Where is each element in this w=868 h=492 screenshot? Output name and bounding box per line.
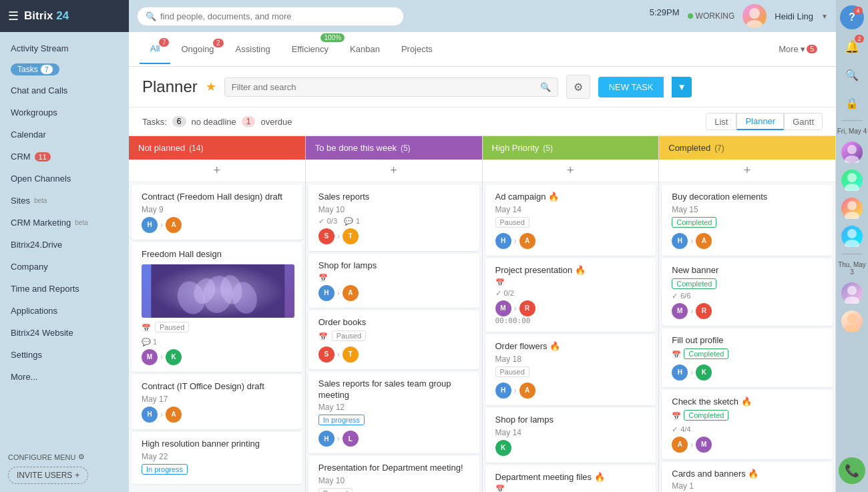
contact-avatar[interactable] (839, 167, 865, 194)
tab-all[interactable]: All 7 (140, 34, 170, 64)
tab-kanban[interactable]: Kanban (339, 35, 391, 63)
avatar-arrow: › (337, 232, 340, 241)
sidebar-item-applications[interactable]: Applications (0, 300, 129, 322)
col-count-high-priority: (5) (543, 144, 553, 153)
sidebar-item-drive[interactable]: Bitrix24.Drive (0, 234, 129, 256)
task-card[interactable]: Cards and banners 🔥 May 1 Completed H › … (662, 462, 833, 492)
task-card[interactable]: High resolution banner printing May 22 I… (132, 432, 302, 484)
sidebar-item-workgroups[interactable]: Workgroups (0, 101, 129, 124)
help-button[interactable]: ? 4 (840, 5, 864, 29)
task-date: May 9 (142, 205, 294, 214)
favorite-star-icon[interactable]: ★ (206, 79, 216, 94)
user-dropdown-icon[interactable]: ▼ (821, 13, 828, 20)
sidebar-item-sites[interactable]: Sites beta (0, 190, 129, 212)
tab-efficiency[interactable]: Efficiency 100% (281, 35, 339, 63)
task-date: May 22 (142, 452, 294, 461)
add-card-this-week[interactable]: + (306, 160, 482, 182)
tab-projects[interactable]: Projects (391, 35, 443, 63)
task-card[interactable]: New banner Completed ✓ 6/6 M › R (662, 258, 833, 326)
cards-completed: Buy decoration elements May 15 Completed… (659, 182, 835, 492)
phone-call-button[interactable]: 📞 (833, 452, 868, 489)
avatar-arrow: › (337, 350, 340, 359)
task-progress: ✓ 4/4 (672, 425, 825, 434)
task-title: Ad campaign 🔥 (495, 192, 648, 203)
avatar-arrow: › (337, 288, 340, 298)
invite-users-button[interactable]: INVITE USERS + (8, 467, 88, 484)
list-view-button[interactable]: List (706, 113, 736, 130)
contact-avatar[interactable] (839, 223, 865, 250)
right-sidebar: ? 4 🔔 2 🔍 🔒 Fri, May 4 Thu, May 3 (836, 0, 868, 492)
tab-more[interactable]: More ▾ 5 (771, 40, 825, 58)
contact-avatar[interactable] (839, 139, 865, 166)
notifications-button[interactable]: 🔔 2 (839, 33, 865, 60)
task-card[interactable]: Check the sketch 🔥 📅 Completed ✓ 4/4 A › (662, 390, 833, 459)
contact-avatar[interactable] (839, 280, 865, 306)
sidebar-item-tasks[interactable]: Tasks 7 (0, 59, 129, 79)
task-title: Fill out profile (672, 335, 825, 346)
add-card-completed[interactable]: + (659, 160, 835, 182)
task-card[interactable]: Presentation for Department meeting! May… (308, 456, 479, 492)
sidebar-item-b24website[interactable]: Bitrix24 Website (0, 322, 129, 344)
new-task-dropdown-button[interactable]: ▼ (672, 77, 691, 97)
task-card[interactable]: Contract (IT Office Design) draft May 17… (132, 375, 302, 429)
task-avatars: M › R (495, 300, 648, 316)
sidebar-item-company[interactable]: Company (0, 256, 129, 278)
svg-point-14 (847, 229, 857, 238)
contact-avatar[interactable] (839, 195, 865, 222)
tabs-bar: All 7 Ongoing 2 Assisting Efficiency 100… (129, 32, 836, 67)
task-avatars: A › M (672, 437, 825, 453)
task-card[interactable]: Sales reports for sales team group meeti… (308, 372, 479, 454)
avatar: H (672, 364, 688, 381)
search-input[interactable] (160, 11, 395, 21)
task-card[interactable]: Buy decoration elements May 15 Completed… (662, 185, 833, 256)
new-task-button[interactable]: NEW TASK (598, 77, 664, 97)
task-card[interactable]: Order books 📅 Paused S › T (308, 310, 479, 369)
user-avatar[interactable] (742, 4, 767, 28)
task-card[interactable]: Ad campaign 🔥 May 14 Paused H › A (485, 185, 656, 256)
filter-search-bar[interactable]: 🔍 (224, 77, 558, 97)
lock-button[interactable]: 🔒 (839, 89, 865, 116)
filter-input[interactable] (232, 82, 536, 92)
task-card[interactable]: Project presentation 🔥 📅 ✓ 0/2 M › R (485, 258, 656, 332)
task-card[interactable]: Shop for lamps 📅 H › A (308, 254, 479, 308)
task-date: May 10 (318, 205, 471, 214)
task-title: Order flowers 🔥 (495, 341, 648, 352)
settings-button[interactable]: ⚙ (566, 75, 590, 99)
sidebar-item-crmmarketing[interactable]: CRM Marketing beta (0, 212, 129, 234)
col-header-this-week: To be done this week (5) (306, 136, 482, 160)
task-title: Freedom Hall design (142, 249, 294, 260)
task-card[interactable]: Shop for lamps May 14 K (485, 408, 656, 463)
gantt-view-button[interactable]: Gantt (784, 113, 823, 130)
planner-view-button[interactable]: Planner (736, 113, 784, 130)
task-card[interactable]: Order flowers 🔥 May 18 Paused H › A (485, 334, 656, 405)
sidebar-item-timereports[interactable]: Time and Reports (0, 278, 129, 300)
task-card[interactable]: Contract (Freedom Hall design) draft May… (132, 185, 302, 240)
calendar-icon: 📅 (142, 324, 151, 332)
fire-icon: 🔥 (548, 192, 559, 202)
hamburger-icon[interactable]: ☰ (8, 9, 19, 23)
sidebar-item-settings[interactable]: Settings (0, 344, 129, 366)
sidebar-item-more[interactable]: More... (0, 366, 129, 388)
sidebar-item-openchannels[interactable]: Open Channels (0, 168, 129, 190)
add-card-high-priority[interactable]: + (483, 160, 659, 182)
task-card[interactable]: Fill out profile 📅 Completed H › K (662, 328, 833, 387)
comment-icon: 💬 (344, 217, 353, 226)
sidebar-item-chat[interactable]: Chat and Calls (0, 79, 129, 101)
tab-ongoing[interactable]: Ongoing 2 (170, 35, 224, 63)
task-card[interactable]: Department meeting files 🔥 📅 S › T (485, 465, 656, 492)
sidebar-item-calendar[interactable]: Calendar (0, 124, 129, 146)
task-card[interactable]: Freedom Hall design (132, 242, 302, 372)
add-card-not-planned[interactable]: + (129, 160, 305, 182)
contact-avatar[interactable] (839, 308, 865, 334)
configure-menu[interactable]: CONFIGURE MENU ⚙ (8, 453, 121, 461)
sidebar-item-activity[interactable]: Activity Stream (0, 37, 129, 59)
tab-assisting[interactable]: Assisting (225, 35, 281, 63)
task-status-badge: Paused (495, 217, 529, 228)
search-button[interactable]: 🔍 (839, 61, 865, 88)
brand-logo: Bitrix 24 (24, 9, 69, 23)
search-bar[interactable]: 🔍 (137, 7, 404, 26)
svg-point-1 (746, 20, 763, 28)
avatar-circle (841, 282, 863, 304)
task-card[interactable]: Sales reports May 10 ✓ 0/3 💬 1 S › T (308, 185, 479, 251)
sidebar-item-crm[interactable]: CRM 11 (0, 146, 129, 168)
